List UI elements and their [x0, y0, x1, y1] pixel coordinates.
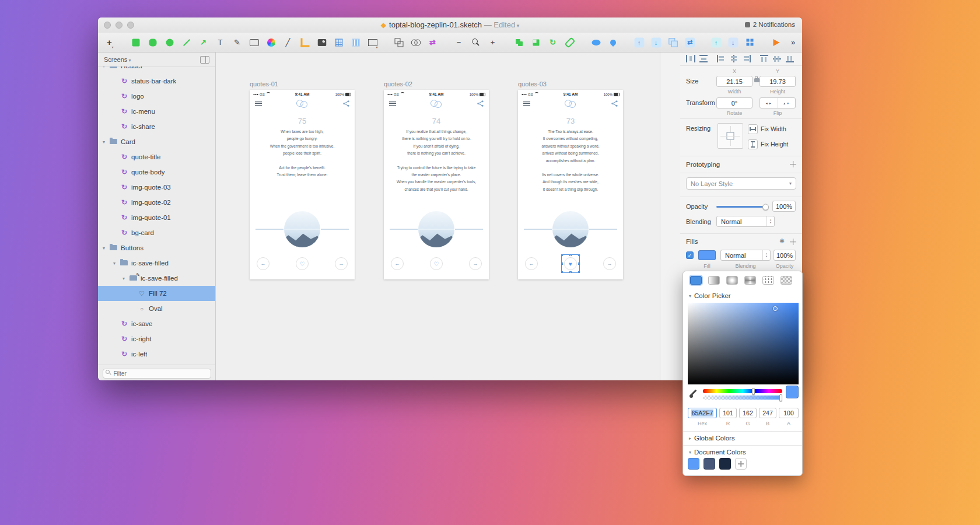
text-tool-icon[interactable]: T — [214, 35, 227, 50]
disclosure-icon[interactable] — [123, 276, 129, 281]
save-heart-button[interactable] — [430, 257, 443, 270]
subtract-icon[interactable] — [529, 35, 542, 50]
add-document-color-button[interactable] — [735, 458, 747, 470]
hex-input[interactable]: 65A2F7 — [688, 408, 717, 418]
fill-opacity-input[interactable]: 100% — [774, 250, 796, 261]
fill-type-radial-gradient-icon[interactable] — [726, 276, 738, 285]
artboard-preset-icon[interactable] — [366, 35, 379, 50]
image-panel-icon[interactable] — [664, 208, 677, 221]
move-down-icon[interactable]: ↓ — [649, 35, 663, 50]
rectangle-tool-icon[interactable] — [129, 35, 142, 50]
width-input[interactable]: 21.15 — [716, 76, 752, 87]
oval-insert-icon[interactable] — [589, 35, 603, 50]
photo-icon[interactable] — [315, 35, 328, 50]
blue-input[interactable]: 247 — [759, 408, 776, 418]
prev-button[interactable] — [391, 257, 404, 270]
sidebar-item-img-quote-02[interactable]: img-quote-02 — [98, 195, 215, 210]
drop-icon[interactable] — [606, 35, 620, 50]
sidebar-item-ic-share[interactable]: ic-share — [98, 119, 215, 134]
sidebar-item-ic-right[interactable]: ic-right — [98, 331, 215, 346]
sidebar-item-img-quote-03[interactable]: img-quote-03 — [98, 180, 215, 195]
rotation-input[interactable]: 0° — [716, 97, 752, 108]
canvas[interactable]: quotes-01 GS 9:41 AM 100% — [216, 52, 660, 380]
titlebar[interactable]: toptal-blog-zeplin-01.sketch — Edited 2 … — [98, 18, 802, 33]
hue-slider[interactable] — [703, 389, 782, 393]
green-input[interactable]: 162 — [739, 408, 757, 418]
align-left-icon[interactable] — [716, 55, 726, 62]
paperclip-icon[interactable] — [563, 35, 576, 50]
line-tool-icon[interactable] — [180, 35, 193, 50]
share-icon[interactable] — [477, 100, 484, 107]
illustration-circle[interactable] — [418, 211, 454, 247]
eyedropper-icon[interactable] — [689, 388, 698, 398]
menu-icon[interactable] — [523, 101, 530, 106]
global-colors-section[interactable]: Global Colors — [689, 435, 735, 442]
disclosure-icon[interactable] — [103, 66, 109, 69]
upload-icon[interactable]: ↑ — [709, 35, 723, 50]
logo-icon[interactable] — [565, 100, 576, 107]
disclosure-open-icon[interactable] — [689, 450, 691, 455]
color-picker-section[interactable]: Color Picker — [689, 292, 731, 299]
illustration-circle[interactable] — [284, 211, 320, 247]
sidebar-item-status-bar-dark[interactable]: status-bar-dark — [98, 74, 215, 89]
overflow-icon[interactable]: » — [786, 35, 800, 50]
height-input[interactable]: 19.73 — [760, 76, 796, 87]
resizing-diagram[interactable] — [718, 123, 743, 149]
artboard-card[interactable]: GS 9:41 AM 100% — [384, 90, 489, 279]
add-fill-icon[interactable] — [790, 239, 796, 245]
align-middle-icon[interactable] — [772, 55, 782, 62]
zoom-in-icon[interactable]: + — [486, 35, 499, 50]
fix-height-button[interactable]: Fix Height — [748, 139, 797, 149]
next-button[interactable] — [335, 257, 348, 270]
insert-icon[interactable]: + — [103, 35, 116, 50]
crop-icon[interactable] — [664, 187, 677, 200]
mask-icon[interactable] — [409, 35, 422, 50]
lock-aspect-icon[interactable] — [754, 78, 760, 82]
logo-icon[interactable] — [296, 100, 308, 107]
prev-button[interactable] — [257, 257, 270, 270]
distribute-horizontally-icon[interactable] — [686, 55, 695, 62]
hexagon-icon[interactable] — [664, 100, 677, 113]
sidebar-item-ic-save[interactable]: ic-save — [98, 316, 215, 331]
arrow-tool-icon[interactable]: ↗ — [197, 35, 210, 50]
opacity-input[interactable]: 100% — [772, 201, 796, 212]
disclosure-icon[interactable] — [103, 246, 109, 251]
logo-icon[interactable] — [430, 100, 442, 107]
symbol-swap-icon[interactable]: ⇄ — [426, 35, 439, 50]
save-heart-button[interactable] — [296, 257, 309, 270]
distribute-vertically-icon[interactable] — [699, 55, 708, 62]
document-color-47587a[interactable] — [704, 458, 715, 470]
color-cursor[interactable] — [773, 306, 778, 311]
print-icon[interactable] — [664, 122, 677, 135]
sidebar-item-ic-save-filled[interactable]: ic-save-filled — [98, 256, 215, 271]
grid-tool-icon[interactable] — [332, 35, 345, 50]
sidebar-item-quote-title[interactable]: quote-title — [98, 149, 215, 164]
hue-slider-handle[interactable] — [752, 388, 755, 395]
notifications-badge[interactable]: 2 Notifications — [745, 21, 795, 28]
fill-type-flat-icon[interactable] — [690, 276, 702, 285]
document-color-1b2940[interactable] — [719, 458, 731, 470]
ruler-icon[interactable] — [298, 35, 312, 50]
rotate-icon[interactable]: ↻ — [546, 35, 559, 50]
sidebar-item-quote-body[interactable]: quote-body — [98, 164, 215, 180]
gear-icon[interactable] — [779, 237, 785, 245]
edited-status[interactable]: — Edited — [484, 20, 520, 29]
artboard-card[interactable]: GS 9:41 AM 100% — [518, 90, 623, 279]
disclosure-closed-icon[interactable] — [689, 436, 691, 441]
fill-enabled-checkbox[interactable] — [686, 251, 694, 259]
alpha-input[interactable]: 100 — [779, 408, 799, 418]
filter-input[interactable] — [103, 369, 211, 379]
notes-list-icon[interactable] — [664, 144, 677, 156]
opacity-slider-knob[interactable] — [762, 204, 769, 210]
current-color-swatch[interactable] — [786, 386, 799, 398]
disclosure-icon[interactable] — [103, 139, 109, 145]
fill-type-noise-icon[interactable] — [780, 276, 792, 285]
disclosure-open-icon[interactable] — [689, 293, 691, 299]
artboard-quotes-02[interactable]: quotes-02 GS 9:41 AM 100% — [384, 80, 489, 279]
flip-vertical-button[interactable] — [778, 98, 796, 108]
fill-color-swatch[interactable] — [698, 250, 716, 260]
next-button[interactable] — [603, 257, 616, 270]
artboard-title-quotes-02[interactable]: quotes-02 — [384, 80, 489, 88]
document-colors-section[interactable]: Document Colors — [689, 449, 746, 456]
saturation-brightness-area[interactable] — [688, 303, 799, 384]
